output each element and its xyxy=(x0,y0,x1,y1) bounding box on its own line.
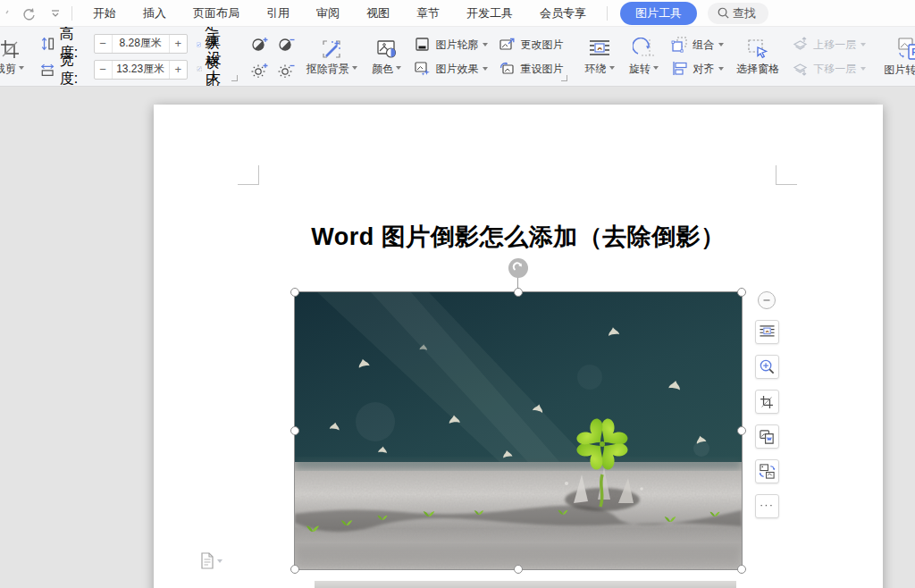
height-plus-button[interactable]: + xyxy=(170,35,187,53)
increase-brightness-icon[interactable] xyxy=(251,62,269,78)
resize-handle-bottom-center[interactable] xyxy=(514,565,523,574)
wrap-caret xyxy=(609,66,615,72)
picture-to-pdf-label: 图片转PDF xyxy=(884,63,915,76)
bring-forward-button: 上移一层 xyxy=(786,34,871,55)
width-minus-button[interactable]: − xyxy=(95,61,112,79)
align-caret xyxy=(718,67,724,73)
group-label: 组合 xyxy=(693,38,714,51)
selection-pane-button[interactable]: 选择窗格 xyxy=(729,27,786,86)
checkbox-checked-icon xyxy=(197,38,201,51)
decrease-contrast-icon[interactable] xyxy=(278,36,296,52)
wrap-label: 环绕 xyxy=(584,63,606,75)
crop-quick-button[interactable] xyxy=(755,390,779,414)
send-backward-caret xyxy=(860,67,866,73)
picture-outline-button[interactable]: 图片轮廓 xyxy=(408,34,493,55)
picture-to-pdf-icon: P xyxy=(897,37,915,62)
width-label: 宽度: xyxy=(60,51,89,88)
remove-bg-label: 抠除背景 xyxy=(306,63,349,75)
reset-picture-button[interactable]: 重设图片 xyxy=(493,58,568,80)
tab-insert[interactable]: 插入 xyxy=(130,0,180,27)
quick-access-toolbar xyxy=(0,4,64,22)
picture-effects-button[interactable]: 图片效果 xyxy=(408,58,493,80)
find-button[interactable]: 查找 xyxy=(708,3,768,24)
picture-to-pdf-button[interactable]: P 图片转PDF xyxy=(880,27,915,86)
tab-developer[interactable]: 开发工具 xyxy=(453,0,526,27)
resize-handle-top-left[interactable] xyxy=(290,288,299,297)
redo-icon[interactable] xyxy=(20,4,38,22)
bring-forward-caret xyxy=(860,43,866,49)
undo-icon[interactable] xyxy=(0,4,11,22)
group-button[interactable]: 组合 xyxy=(666,34,729,55)
increase-contrast-icon[interactable] xyxy=(251,36,269,52)
menu-divider-2 xyxy=(607,6,608,21)
tab-picture-tools-active[interactable]: 图片工具 xyxy=(620,2,697,25)
height-input[interactable]: 8.28厘米 xyxy=(112,35,170,53)
outline-label: 图片轮廓 xyxy=(435,38,478,51)
resize-handle-bottom-right[interactable] xyxy=(737,565,746,574)
wrap-text-button[interactable]: 环绕 xyxy=(577,27,621,86)
menu-bar: 开始 插入 页面布局 引用 审阅 视图 章节 开发工具 会员专享 图片工具 查找 xyxy=(0,0,915,27)
width-input[interactable]: 13.23厘米 xyxy=(112,61,170,79)
tab-home[interactable]: 开始 xyxy=(80,0,130,27)
clover-rain-photo xyxy=(295,292,742,569)
reset-size-icon xyxy=(197,62,202,76)
picture-dialog-launcher[interactable] xyxy=(561,75,567,81)
send-backward-button: 下移一层 xyxy=(786,58,871,80)
decrease-brightness-icon[interactable] xyxy=(278,62,296,78)
collapse-toolbar-button[interactable] xyxy=(758,291,776,309)
align-button[interactable]: 对齐 xyxy=(666,58,729,80)
change-picture-label: 更改图片 xyxy=(520,38,563,51)
crop-group: 裁剪 xyxy=(0,27,31,86)
tab-section[interactable]: 章节 xyxy=(403,0,453,27)
tab-membership[interactable]: 会员专享 xyxy=(526,0,600,27)
align-objects-icon xyxy=(671,60,688,77)
resize-handle-top-right[interactable] xyxy=(737,288,746,297)
rotate-handle[interactable] xyxy=(508,258,528,278)
bring-forward-icon xyxy=(792,36,809,53)
margin-mark-top-right xyxy=(776,165,797,185)
tab-references[interactable]: 引用 xyxy=(253,0,303,27)
selected-picture[interactable] xyxy=(295,292,742,569)
tab-view[interactable]: 视图 xyxy=(353,0,403,27)
resize-handle-middle-left[interactable] xyxy=(290,426,299,435)
crop-icon xyxy=(0,38,21,61)
height-stepper: − 8.28厘米 + xyxy=(94,34,188,54)
text-wrap-icon xyxy=(588,38,611,61)
rotate-button[interactable]: 旋转 xyxy=(622,27,666,86)
color-label: 颜色 xyxy=(372,63,393,75)
text-wrap-icon xyxy=(759,323,776,340)
color-button[interactable]: 颜色 xyxy=(365,27,408,86)
page-options-button[interactable] xyxy=(200,552,222,569)
resize-handle-bottom-left[interactable] xyxy=(290,565,299,574)
width-stepper: − 13.23厘米 + xyxy=(94,60,188,80)
save-as-picture-button[interactable] xyxy=(755,424,779,449)
magnifier-plus-icon xyxy=(759,358,776,375)
height-minus-button[interactable]: − xyxy=(95,35,112,53)
tab-page-layout[interactable]: 页面布局 xyxy=(180,0,253,27)
more-options-button[interactable]: ··· xyxy=(755,494,779,518)
resize-handle-middle-right[interactable] xyxy=(737,426,746,435)
reset-size-button[interactable]: 重设大小 xyxy=(197,58,230,80)
change-picture-button[interactable]: 更改图片 xyxy=(493,34,568,55)
customize-toolbar-chevron-icon[interactable] xyxy=(46,4,64,22)
menu-divider xyxy=(71,6,72,21)
crop-button[interactable]: 裁剪 xyxy=(0,27,31,86)
adjust-group: 抠除背景 颜色 图片轮廓 xyxy=(248,27,569,86)
replace-picture-button[interactable] xyxy=(755,459,779,483)
remove-background-button[interactable]: 抠除背景 xyxy=(299,27,365,86)
zoom-picture-button[interactable] xyxy=(755,355,779,379)
document-title[interactable]: Word 图片倒影怎么添加（去除倒影） xyxy=(154,221,883,253)
wrap-text-quick-button[interactable] xyxy=(755,320,779,344)
selection-pane-label: 选择窗格 xyxy=(736,63,779,75)
tab-review[interactable]: 审阅 xyxy=(303,0,353,27)
minus-icon xyxy=(762,296,771,305)
margin-mark-top-left xyxy=(238,165,259,185)
resize-handle-top-center[interactable] xyxy=(514,288,523,297)
replace-picture-icon xyxy=(759,463,776,480)
floating-picture-toolbar: ··· xyxy=(754,291,779,518)
width-plus-button[interactable]: + xyxy=(170,61,187,79)
document-canvas[interactable]: Word 图片倒影怎么添加（去除倒影） xyxy=(0,87,915,588)
send-backward-icon xyxy=(792,60,809,77)
crop-label: 裁剪 xyxy=(0,63,16,75)
size-dialog-launcher[interactable] xyxy=(231,75,238,81)
